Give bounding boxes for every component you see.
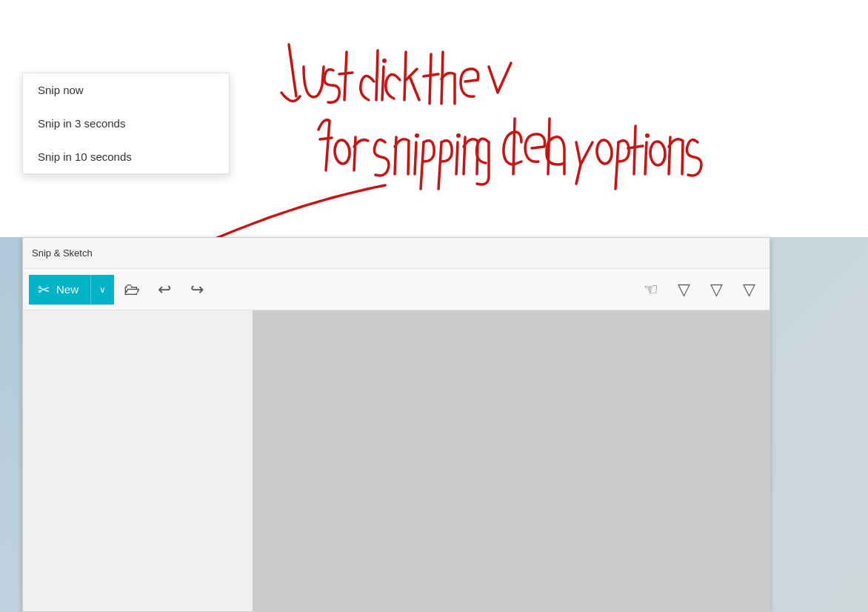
- folder-icon: 🗁: [124, 280, 140, 299]
- undo-icon: ↩: [158, 280, 171, 299]
- svg-point-6: [650, 141, 666, 165]
- snip-now-label: Snip now: [38, 84, 84, 96]
- new-button-main[interactable]: ✂ New: [29, 275, 90, 305]
- toolbar-right: ☜ ▽ ▽ ▽: [636, 275, 764, 305]
- svg-point-1: [334, 139, 351, 164]
- svg-point-0: [382, 59, 387, 63]
- svg-point-3: [456, 133, 461, 138]
- svg-point-4: [596, 139, 613, 164]
- ballpoint-pen-button[interactable]: ▽: [669, 275, 698, 305]
- snip-10s-label: Snip in 10 seconds: [38, 150, 132, 163]
- ballpoint-pen-icon: ▽: [678, 280, 690, 299]
- snip-10s-option[interactable]: Snip in 10 seconds: [23, 140, 229, 173]
- title-bar: Snip & Sketch: [23, 238, 769, 269]
- highlighter-icon: ▽: [743, 280, 755, 299]
- touch-writing-button[interactable]: ☜: [636, 275, 666, 305]
- touch-icon: ☜: [644, 280, 658, 299]
- scissors-icon: ✂: [38, 281, 50, 299]
- new-button-group: ✂ New ∨: [29, 275, 114, 305]
- open-button[interactable]: 🗁: [117, 275, 147, 305]
- redo-icon: ↪: [190, 280, 204, 299]
- toolbar: ✂ New ∨ 🗁 ↩ ↪ ☜ ▽: [23, 269, 769, 310]
- snip-3s-option[interactable]: Snip in 3 seconds: [23, 107, 229, 140]
- chevron-down-icon: ∨: [99, 285, 106, 295]
- dropdown-menu: Snip now Snip in 3 seconds Snip in 10 se…: [22, 73, 230, 174]
- new-button-label: New: [56, 283, 79, 296]
- svg-point-5: [645, 133, 650, 138]
- pencil-button[interactable]: ▽: [701, 275, 731, 305]
- redo-button[interactable]: ↪: [182, 275, 212, 305]
- snip-now-option[interactable]: Snip now: [23, 73, 229, 107]
- undo-button[interactable]: ↩: [150, 275, 179, 305]
- main-canvas: [253, 310, 769, 611]
- app-title: Snip & Sketch: [32, 247, 93, 259]
- svg-point-2: [415, 133, 419, 138]
- highlighter-button[interactable]: ▽: [734, 275, 764, 305]
- app-window: Snip & Sketch ✂ New ∨ 🗁 ↩ ↪: [22, 237, 770, 612]
- pencil-icon: ▽: [710, 280, 723, 299]
- snip-3s-label: Snip in 3 seconds: [38, 117, 125, 130]
- new-button-chevron[interactable]: ∨: [90, 275, 114, 305]
